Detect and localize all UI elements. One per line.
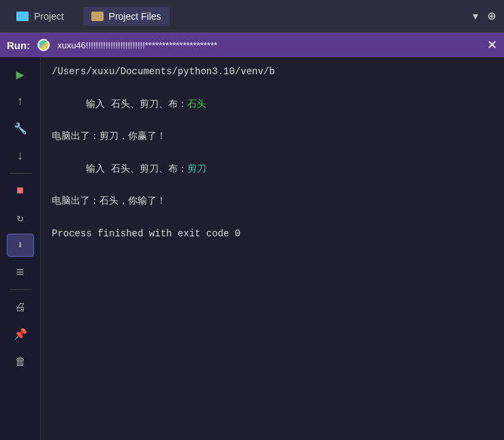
- divider-1: [10, 173, 31, 174]
- download-icon: ⬇: [17, 238, 24, 252]
- run-bar: Run: xuxu46!!!!!!!!!!!!!!!!!!!!!!!!*****…: [0, 33, 504, 57]
- project-tab-icon: [16, 12, 29, 21]
- run-filename: xuxu46!!!!!!!!!!!!!!!!!!!!!!!!**********…: [57, 40, 480, 50]
- console-line-blank: [52, 210, 493, 226]
- folder-icon: [91, 12, 104, 21]
- add-tab-icon[interactable]: ⊕: [488, 7, 496, 25]
- console-line-exit: Process finished with exit code 0: [52, 226, 493, 242]
- wrench-icon: 🔧: [14, 122, 27, 136]
- download-button[interactable]: ⬇: [7, 234, 34, 257]
- left-toolbar: ▶ ↑ 🔧 ↓ ■ ↻ ⬇ ≡ 🖨 📌 🗑: [0, 57, 41, 440]
- project-files-tab-label: Project Files: [109, 11, 161, 22]
- console-line-5: 电脑出了：石头，你输了！: [52, 193, 493, 210]
- play-button[interactable]: ▶: [7, 63, 34, 86]
- stop-icon: ■: [16, 184, 24, 198]
- rerun-button[interactable]: ↻: [7, 206, 34, 230]
- python-logo: [37, 39, 50, 51]
- line2-value: 石头: [187, 99, 206, 110]
- line4-prefix: 输入 石头、剪刀、布：: [86, 163, 187, 174]
- play-icon: ▶: [16, 66, 24, 83]
- console-line-3: 电脑出了：剪刀，你赢了！: [52, 129, 493, 145]
- down-icon: ↓: [16, 149, 24, 163]
- run-label: Run:: [7, 40, 30, 51]
- divider-2: [10, 289, 31, 290]
- lines-icon: ≡: [16, 265, 24, 281]
- title-bar: Project Project Files ▾ ⊕: [0, 0, 504, 33]
- trash-button[interactable]: 🗑: [7, 350, 34, 373]
- scroll-down-button[interactable]: ↓: [7, 144, 34, 168]
- project-files-tab[interactable]: Project Files: [83, 7, 170, 26]
- line2-prefix: 输入 石头、剪刀、布：: [86, 99, 187, 110]
- console-line-path: /Users/xuxu/Documents/python3.10/venv/b: [52, 64, 493, 80]
- rerun-icon: ↻: [17, 211, 24, 225]
- close-run-button[interactable]: ✕: [487, 37, 497, 52]
- print-button[interactable]: 🖨: [7, 296, 34, 319]
- console-line-4: 输入 石头、剪刀、布：剪刀: [52, 145, 493, 193]
- python-icon: [37, 38, 50, 52]
- pin-button[interactable]: 📌: [7, 323, 34, 346]
- stop-button[interactable]: ■: [7, 179, 34, 202]
- wrench-button[interactable]: 🔧: [7, 117, 34, 140]
- console-output: /Users/xuxu/Documents/python3.10/venv/b …: [41, 57, 504, 440]
- chevron-down-icon[interactable]: ▾: [471, 7, 479, 25]
- project-tab-label: Project: [34, 11, 64, 22]
- up-icon: ↑: [16, 95, 24, 108]
- trash-icon: 🗑: [15, 356, 26, 368]
- project-tab[interactable]: Project: [8, 7, 72, 26]
- print-icon: 🖨: [15, 301, 26, 314]
- lines-button[interactable]: ≡: [7, 261, 34, 284]
- line4-value: 剪刀: [187, 163, 206, 174]
- main-area: ▶ ↑ 🔧 ↓ ■ ↻ ⬇ ≡ 🖨 📌 🗑: [0, 57, 504, 440]
- title-bar-actions: ▾ ⊕: [471, 7, 496, 25]
- pin-icon: 📌: [14, 328, 27, 341]
- scroll-up-button[interactable]: ↑: [7, 90, 34, 113]
- console-line-2: 输入 石头、剪刀、布：石头: [52, 80, 493, 129]
